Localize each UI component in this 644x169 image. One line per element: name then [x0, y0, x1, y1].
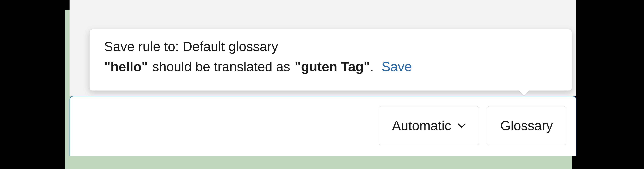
output-pane: Automatic Glossary — [70, 96, 576, 156]
popover-header-prefix: Save rule to: — [104, 39, 182, 54]
glossary-button-label: Glossary — [500, 118, 553, 133]
chevron-down-icon — [458, 123, 466, 128]
popover-header: Save rule to: Default glossary — [104, 39, 557, 54]
style-dropdown[interactable]: Automatic — [379, 106, 479, 145]
popover-glossary-name: Default glossary — [182, 39, 278, 54]
glossary-button[interactable]: Glossary — [487, 106, 566, 145]
source-term: "hello" — [104, 59, 148, 74]
rule-period: . — [370, 59, 374, 74]
save-rule-link[interactable]: Save — [382, 59, 412, 74]
popover-body: "hello" should be translated as "guten T… — [104, 59, 557, 74]
glossary-rule-popover: Save rule to: Default glossary "hello" s… — [89, 29, 572, 91]
target-term: "guten Tag" — [295, 59, 370, 74]
rule-middle-text: should be translated as — [152, 59, 290, 74]
style-dropdown-label: Automatic — [392, 118, 451, 133]
output-toolbar: Automatic Glossary — [379, 106, 566, 145]
